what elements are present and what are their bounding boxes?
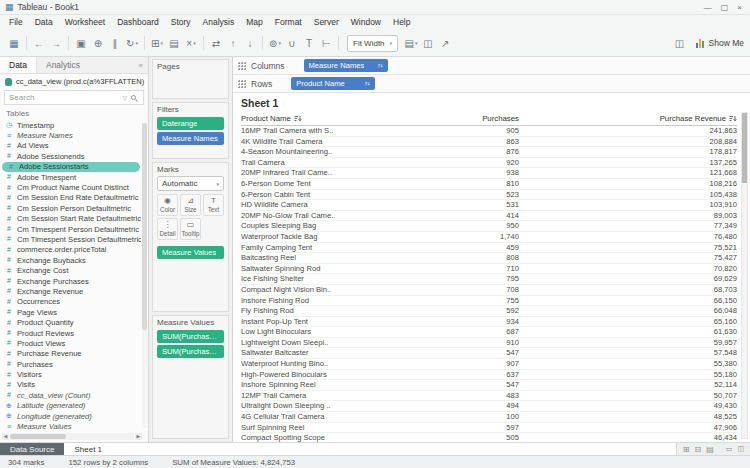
close-icon[interactable]: × <box>737 3 742 12</box>
table-row[interactable]: 4K Wildlife Trail Camera863208,884 <box>241 137 737 148</box>
menu-worksheet[interactable]: Worksheet <box>59 15 111 30</box>
field-adobe-timespent[interactable]: #Adobe Timespent <box>0 172 141 182</box>
table-row[interactable]: 20MP Infrared Trail Came..938121,668 <box>241 168 737 179</box>
marks-card[interactable]: Marks Automatic ▾ ◉Color⊿SizeTText⋮Detai… <box>152 162 229 312</box>
table-row[interactable]: High-Powered Binoculars63755,180 <box>241 370 737 381</box>
table-row[interactable]: Low Light Binoculars68761,630 <box>241 327 737 338</box>
field-cc-data-view-count[interactable]: #cc_data_view (Count) <box>0 390 141 400</box>
table-row[interactable]: HD Wildlife Camera531103,910 <box>241 200 737 211</box>
menu-help[interactable]: Help <box>387 15 416 30</box>
swap-rows-columns-icon[interactable]: ⇄ <box>208 34 224 52</box>
field-ad-views[interactable]: #Ad Views <box>0 141 141 151</box>
maximize-icon[interactable]: ▢ <box>721 3 729 12</box>
field-cm-product-name-count-distinct[interactable]: #Cm Product Name Count Distinct <box>0 182 141 192</box>
pause-updates-icon[interactable]: ∥ <box>107 34 123 52</box>
field-cm-timespent-person-defaultmetric[interactable]: #Cm Timespent Person Defaultmetric <box>0 224 141 234</box>
table-row[interactable]: Saltwater Spinning Rod71070,820 <box>241 264 737 275</box>
field-measure-names[interactable]: ≡Measure Names <box>0 130 141 140</box>
table-row[interactable]: Ultralight Down Sleeping ..49449,430 <box>241 401 737 412</box>
field-product-views[interactable]: #Product Views <box>0 338 141 348</box>
menu-story[interactable]: Story <box>165 15 197 30</box>
add-data-source-icon[interactable]: ⊕ <box>90 34 106 52</box>
field-exchange-cost[interactable]: #Exchange Cost <box>0 265 141 275</box>
sidebar-horizontal-scrollbar[interactable]: ◀ ▶ <box>2 432 142 440</box>
field-product-reviews[interactable]: #Product Reviews <box>0 328 141 338</box>
table-row[interactable]: Waterproof Tackle Bag1,74076,480 <box>241 232 737 243</box>
filters-card[interactable]: Filters DaterangeMeasure Names <box>152 102 229 159</box>
measure-values-card[interactable]: Measure Values SUM(Purchases)SUM(Purchas… <box>152 315 229 439</box>
group-members-icon[interactable]: ∪ <box>284 34 300 52</box>
clear-sheet-icon[interactable]: ×▾ <box>183 34 199 52</box>
sort-ascending-icon[interactable]: ↑ <box>225 34 241 52</box>
table-row[interactable]: 4G Cellular Trail Camera10048,525 <box>241 412 737 423</box>
mark-button-text[interactable]: TText <box>203 194 224 216</box>
duplicate-sheet-icon[interactable]: ▤ <box>166 34 182 52</box>
pages-card[interactable]: Pages <box>152 59 229 99</box>
menu-server[interactable]: Server <box>308 15 345 30</box>
table-row[interactable]: Trail Camera920137,265 <box>241 158 737 169</box>
table-vertical-scrollbar[interactable] <box>741 112 748 439</box>
field-exchange-purchases[interactable]: #Exchange Purchases <box>0 276 141 286</box>
scrollbar-thumb[interactable] <box>10 434 66 439</box>
column-header-purchase-revenue[interactable]: Purchase Revenue <box>519 112 737 125</box>
field-adobe-sessionends[interactable]: #Adobe Sessionends <box>0 151 141 161</box>
search-input[interactable]: Search ▽ <box>4 90 144 105</box>
fix-axes-icon[interactable]: ⊢ <box>318 34 334 52</box>
filter-fields-icon[interactable]: ▽ <box>122 94 127 101</box>
table-row[interactable]: Surf Spinning Reel59747,906 <box>241 423 737 434</box>
field-exchange-revenue[interactable]: #Exchange Revenue <box>0 286 141 296</box>
pill-measure-names[interactable]: Measure Names <box>157 132 224 145</box>
menu-window[interactable]: Window <box>345 15 387 30</box>
highlight-icon[interactable]: ⊚▾ <box>267 34 283 52</box>
mark-button-size[interactable]: ⊿Size <box>180 194 201 216</box>
pill-measure-values[interactable]: Measure Values <box>157 246 224 259</box>
table-row[interactable]: Family Camping Tent45975,521 <box>241 243 737 254</box>
table-row[interactable]: 6-Person Dome Tent810108,216 <box>241 179 737 190</box>
table-row[interactable]: 4-Season Mountaineering..876178,817 <box>241 147 737 158</box>
scroll-right-icon[interactable]: ▶ <box>135 433 142 440</box>
scrollbar-thumb[interactable] <box>742 113 747 183</box>
tab-analytics[interactable]: Analytics <box>37 57 89 73</box>
field-latitude-generated[interactable]: ⊕Latitude (generated) <box>0 401 141 411</box>
table-row[interactable]: Inshore Spinning Reel54752,114 <box>241 380 737 391</box>
run-update-icon[interactable]: ↻▾ <box>124 34 140 52</box>
menu-format[interactable]: Format <box>269 15 308 30</box>
column-header-purchases[interactable]: Purchases <box>459 112 519 125</box>
field-purchases[interactable]: #Purchases <box>0 359 141 369</box>
field-longitude-generated[interactable]: ⊕Longitude (generated) <box>0 411 141 421</box>
fit-selector[interactable]: Fit Width▾ <box>347 35 398 52</box>
menu-map[interactable]: Map <box>240 15 269 30</box>
tab-sheet-1[interactable]: Sheet 1 <box>64 443 676 455</box>
table-row[interactable]: Compact Night Vision Bin..70868,703 <box>241 285 737 296</box>
mark-button-color[interactable]: ◉Color <box>157 194 178 216</box>
pill-product-name[interactable]: Product Name <box>291 77 375 90</box>
share-workbook-icon[interactable]: ↗ <box>437 34 453 52</box>
field-visitors[interactable]: #Visitors <box>0 369 141 379</box>
table-row[interactable]: Fly Fishing Rod59266,048 <box>241 306 737 317</box>
table-row[interactable]: Inshore Fishing Rod75566,150 <box>241 296 737 307</box>
field-page-views[interactable]: #Page Views <box>0 307 141 317</box>
data-source-row[interactable]: cc_data_view (prod.c(a%3FFLATTEN) <box>0 74 148 89</box>
collapse-pane-icon[interactable]: « <box>134 57 148 73</box>
minimize-icon[interactable]: — <box>704 3 712 12</box>
menu-data[interactable]: Data <box>29 15 59 30</box>
show-me-button[interactable]: Show Me <box>696 38 744 48</box>
field-cm-session-end-rate-defaultmetric[interactable]: #Cm Session End Rate Defaultmetric <box>0 193 141 203</box>
field-cm-timespent-session-defaultmetric[interactable]: #Cm Timespent Session Defaultmetric <box>0 234 141 244</box>
redo-icon[interactable]: → <box>48 34 64 52</box>
presentation-mode-icon[interactable]: ◫ <box>420 34 436 52</box>
field-adobe-sessionstarts[interactable]: #Adobe Sessionstarts <box>2 162 140 172</box>
pill-sum-purchases[interactable]: SUM(Purchases) <box>157 330 224 343</box>
columns-shelf[interactable]: Columns Measure Names <box>233 57 750 75</box>
table-row[interactable]: 6-Person Cabin Tent523105,438 <box>241 190 737 201</box>
table-row[interactable]: Ice Fishing Shelter79569,629 <box>241 274 737 285</box>
table-row[interactable]: Couples Sleeping Bag95077,349 <box>241 221 737 232</box>
show-sheet-sorter-icon[interactable]: ◫ <box>737 445 744 453</box>
new-dashboard-tab-icon[interactable]: ⊟ <box>694 445 701 454</box>
field-purchase-revenue[interactable]: #Purchase Revenue <box>0 349 141 359</box>
menu-dashboard[interactable]: Dashboard <box>111 15 165 30</box>
field-commerce-order-pricetotal[interactable]: #commerce.order.priceTotal <box>0 245 141 255</box>
field-cm-session-person-defaultmetric[interactable]: #Cm Session Person Defaultmetric <box>0 203 141 213</box>
new-story-tab-icon[interactable]: ▤ <box>706 445 714 454</box>
table-row[interactable]: Instant Pop-Up Tent93465,160 <box>241 317 737 328</box>
